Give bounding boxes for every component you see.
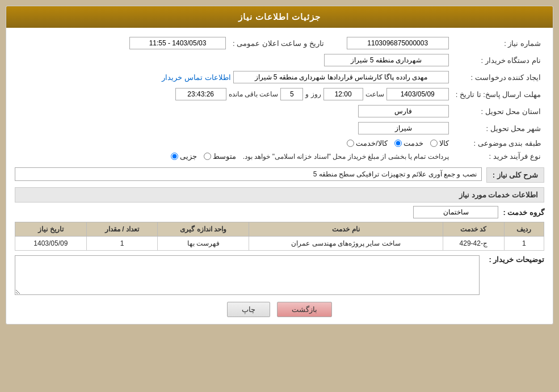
col-code: کد خدمت (443, 222, 504, 237)
shomara-value-cell (327, 35, 452, 52)
radio-motavaset[interactable]: متوسط (204, 152, 236, 161)
shahr-value-cell (15, 120, 452, 137)
sharh-input-wrapper: نصب و جمع آوری علائم و تجهیزات ترافیکی س… (15, 167, 482, 181)
table-row: 1ج-42-429ساخت سایر پروژه‌های مهندسی عمرا… (15, 237, 544, 251)
radio-motavaset-label: متوسط (213, 152, 236, 161)
col-radif: ردیف (504, 222, 544, 237)
service-table: ردیف کد خدمت نام خدمت واحد اندازه گیری ت… (15, 222, 544, 251)
col-unit: واحد اندازه گیری (158, 222, 249, 237)
saat-input[interactable] (323, 88, 363, 100)
dastgah-value-cell (15, 52, 452, 69)
cell-code: ج-42-429 (443, 237, 504, 251)
print-button[interactable]: چاپ (227, 302, 270, 317)
tabaqe-value-cell: کالا خدمت کالا/خدمت (15, 137, 452, 150)
radio-jozii-input[interactable] (171, 153, 178, 160)
card-header: جزئیات اطلاعات نیاز (6, 6, 553, 28)
radio-kala-khedmat-input[interactable] (347, 140, 354, 147)
radio-kala-khedmat[interactable]: کالا/خدمت (347, 139, 388, 147)
cell-radif: 1 (504, 237, 544, 251)
buyer-desc-label: توضیحات خریدار : (484, 255, 544, 264)
cell-tarikh: 1403/05/09 (15, 237, 87, 251)
sharh-row: شرح کلی نیاز : نصب و جمع آوری علائم و تج… (15, 167, 544, 183)
tarikhe-elan-label: تاریخ و ساعت اعلان عمومی : (229, 35, 327, 52)
radio-kala-label: کالا (439, 139, 449, 147)
ostan-value-cell (15, 103, 452, 120)
page-wrapper: جزئیات اطلاعات نیاز شماره نیاز : تاریخ و… (0, 0, 559, 392)
tarikhe-elan-input[interactable] (129, 37, 226, 49)
dastgah-input[interactable] (324, 54, 449, 66)
buttons-row: بازگشت چاپ (15, 302, 544, 317)
cell-tedad: 1 (86, 237, 158, 251)
creator-input[interactable] (233, 71, 449, 83)
card-body: شماره نیاز : تاریخ و ساعت اعلان عمومی : … (6, 28, 553, 324)
mohlat-value-cell: ساعت روز و ساعت باقی مانده (15, 86, 452, 103)
header-title: جزئیات اطلاعات نیاز (238, 12, 321, 22)
group-row: گروه خدمت : (15, 206, 544, 218)
dastgah-label: نام دستگاه خریدار : (452, 52, 544, 69)
date-input[interactable] (386, 88, 449, 100)
nooe-label: نوع فرآیند خرید : (452, 150, 544, 163)
radio-kala[interactable]: کالا (430, 139, 449, 147)
info-table-top: شماره نیاز : تاریخ و ساعت اعلان عمومی : … (15, 35, 544, 163)
nooe-description: پرداخت تمام یا بخشی از مبلغ خریداز محل "… (243, 153, 449, 161)
col-tarikh: تاریخ نیاز (15, 222, 87, 237)
tarikhe-elan-value-cell (15, 35, 229, 52)
nooe-value-cell: پرداخت تمام یا بخشی از مبلغ خریداز محل "… (15, 150, 452, 163)
contact-link[interactable]: اطلاعات تماس خریدار (162, 73, 230, 82)
buyer-desc-row: توضیحات خریدار : (15, 255, 544, 295)
tabaqe-label: طبقه بندی موضوعی : (452, 137, 544, 150)
radio-jozii-label: جزیی (180, 152, 197, 161)
saat-label: ساعت (365, 90, 384, 98)
roz-label: روز و (305, 90, 321, 98)
shahr-input[interactable] (358, 122, 449, 134)
cell-name: ساخت سایر پروژه‌های مهندسی عمران (249, 237, 443, 251)
remaining-label: ساعت باقی مانده (229, 90, 279, 98)
remaining-input[interactable] (175, 88, 226, 100)
mohlat-label: مهلت ارسال پاسخ: تا تاریخ : (452, 86, 544, 103)
col-name: نام خدمت (249, 222, 443, 237)
radio-jozii[interactable]: جزیی (171, 152, 197, 161)
buyer-desc-textarea[interactable] (15, 255, 480, 295)
cell-unit: فهرست بها (158, 237, 249, 251)
sharh-value: نصب و جمع آوری علائم و تجهیزات ترافیکی س… (15, 167, 482, 181)
ostan-input[interactable] (358, 105, 449, 117)
sharh-section-title: شرح کلی نیاز : (486, 167, 544, 183)
radio-motavaset-input[interactable] (204, 153, 211, 160)
shomara-label: شماره نیاز : (452, 35, 544, 52)
col-tedad: تعداد / مقدار (86, 222, 158, 237)
services-section-title: اطلاعات خدمات مورد نیاز (15, 187, 544, 203)
roz-input[interactable] (280, 88, 303, 100)
ostan-label: استان محل تحویل : (452, 103, 544, 120)
group-label: گروه خدمت : (503, 208, 544, 217)
shomara-input[interactable] (347, 37, 449, 49)
creator-value-cell: اطلاعات تماس خریدار (15, 69, 452, 86)
main-card: جزئیات اطلاعات نیاز شماره نیاز : تاریخ و… (6, 6, 553, 324)
shahr-label: شهر محل تحویل : (452, 120, 544, 137)
group-input[interactable] (413, 206, 498, 218)
radio-khedmat[interactable]: خدمت (394, 139, 423, 147)
radio-kala-khedmat-label: کالا/خدمت (356, 139, 388, 147)
creator-label: ایجاد کننده درخواست : (452, 69, 544, 86)
back-button[interactable]: بازگشت (277, 302, 332, 317)
radio-khedmat-label: خدمت (404, 139, 423, 147)
radio-kala-input[interactable] (430, 140, 438, 147)
radio-khedmat-input[interactable] (394, 140, 402, 147)
